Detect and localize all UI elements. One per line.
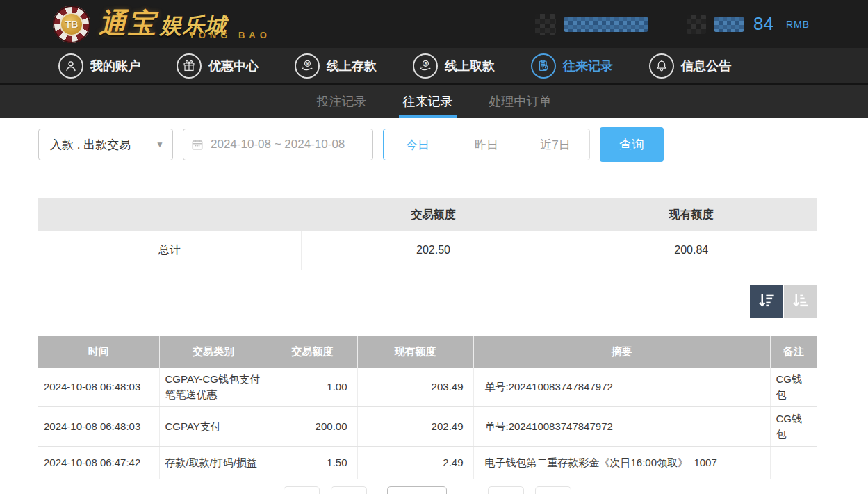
summary-total-transaction: 202.50 — [301, 231, 566, 270]
col-header-time: 时间 — [38, 336, 159, 368]
main-nav: 我的账户 优惠中心 ¥ 线上存款 $ — [0, 48, 868, 85]
withdraw-icon: $ — [413, 53, 438, 79]
balance-redacted — [714, 17, 744, 32]
summary-header-empty — [38, 198, 301, 231]
cell-balance: 202.49 — [357, 406, 473, 446]
sort-ascending-icon — [790, 290, 811, 311]
date-range-value: 2024-10-08 ~ 2024-10-08 — [211, 138, 345, 151]
range-label: 今日 — [406, 137, 429, 153]
tab-pending-orders[interactable]: 处理中订单 — [486, 85, 555, 118]
cell-note — [770, 446, 817, 479]
brand-en: TONG BAO — [189, 31, 271, 40]
date-range-input[interactable]: 2024-10-08 ~ 2024-10-08 — [183, 129, 373, 160]
gift-icon — [177, 53, 202, 79]
username-group[interactable] — [535, 14, 648, 35]
cell-amount: 200.00 — [268, 406, 357, 446]
balance-visible: 84 — [753, 13, 773, 35]
tab-transaction-records[interactable]: 往来记录 — [400, 85, 456, 118]
tab-label: 处理中订单 — [489, 93, 552, 110]
pagination — [0, 486, 868, 494]
nav-item-promotions[interactable]: 优惠中心 — [177, 53, 259, 79]
col-header-note: 备注 — [770, 336, 817, 368]
calendar-icon — [190, 138, 204, 151]
currency-label: RMB — [786, 19, 810, 30]
select-value: 入款 . 出款交易 — [50, 137, 131, 153]
col-header-amount: 交易额度 — [268, 336, 357, 368]
records-header-row: 时间 交易类别 交易额度 现有额度 摘要 备注 — [38, 336, 817, 368]
range-label: 昨日 — [475, 137, 498, 153]
cell-time: 2024-10-08 06:48:03 — [38, 368, 159, 407]
sort-descending-button[interactable] — [750, 285, 783, 318]
nav-item-withdraw[interactable]: $ 线上取款 — [413, 53, 495, 79]
range-last7days-button[interactable]: 近7日 — [521, 129, 590, 160]
nav-label: 往来记录 — [563, 58, 613, 74]
records-table: 时间 交易类别 交易额度 现有额度 摘要 备注 2024-10-08 06:48… — [38, 336, 817, 479]
cell-balance: 2.49 — [357, 446, 473, 479]
user-avatar-redacted — [535, 14, 556, 35]
range-yesterday-button[interactable]: 昨日 — [452, 129, 521, 160]
page-prev-button[interactable] — [331, 486, 367, 494]
records-icon — [531, 53, 556, 79]
page-current-button[interactable] — [387, 486, 447, 494]
username-redacted — [564, 17, 648, 32]
nav-item-deposit[interactable]: ¥ 线上存款 — [295, 53, 377, 79]
summary-header-current: 现有额度 — [566, 198, 817, 231]
cell-time: 2024-10-08 06:47:42 — [38, 446, 159, 479]
range-today-button[interactable]: 今日 — [383, 129, 452, 160]
user-area: 84 RMB — [535, 0, 810, 48]
cell-amount: 1.00 — [268, 368, 357, 407]
col-header-balance: 现有额度 — [357, 336, 473, 368]
page-first-button[interactable] — [284, 486, 320, 494]
cell-time: 2024-10-08 06:48:03 — [38, 406, 159, 446]
cell-type: 存款/取款/打码/损益 — [159, 446, 268, 479]
nav-label: 线上存款 — [327, 58, 377, 74]
table-row: 2024-10-08 06:48:03 CGPAY-CG钱包支付笔笔送优惠 1.… — [38, 368, 817, 407]
cell-summary: 电子钱包第二重存款彩金《次日16:00领取》_1007 — [473, 446, 770, 479]
brand-logo[interactable]: TB 通宝 娱乐城 TONG BAO — [53, 6, 271, 43]
tab-label: 投注记录 — [317, 93, 367, 110]
summary-total-current: 200.84 — [566, 231, 817, 270]
col-header-type: 交易类别 — [159, 336, 268, 368]
transaction-type-select[interactable]: 入款 . 出款交易 ▼ — [38, 129, 173, 160]
table-row: 2024-10-08 06:47:42 存款/取款/打码/损益 1.50 2.4… — [38, 446, 817, 479]
nav-item-records[interactable]: 往来记录 — [531, 53, 613, 79]
nav-label: 优惠中心 — [208, 58, 259, 74]
summary-header-row: 交易额度 现有额度 — [38, 198, 817, 231]
wallet-icon-redacted — [687, 15, 706, 34]
nav-label: 线上取款 — [445, 58, 495, 74]
cell-balance: 203.49 — [357, 368, 473, 407]
chip-monogram: TB — [60, 13, 83, 36]
summary-total-row: 总计 202.50 200.84 — [38, 231, 817, 270]
tab-bet-records[interactable]: 投注记录 — [314, 85, 370, 118]
sort-controls — [38, 285, 817, 318]
summary-total-label: 总计 — [38, 231, 301, 270]
summary-header-transaction: 交易额度 — [301, 198, 566, 231]
filter-bar: 入款 . 出款交易 ▼ 2024-10-08 ~ 2024-10-08 今日 昨… — [38, 127, 868, 162]
cell-type: CGPAY-CG钱包支付笔笔送优惠 — [159, 368, 268, 407]
table-row: 2024-10-08 06:48:03 CGPAY支付 200.00 202.4… — [38, 406, 817, 446]
cell-type: CGPAY支付 — [159, 406, 268, 446]
user-icon — [58, 53, 83, 79]
nav-item-announcements[interactable]: 信息公告 — [649, 53, 731, 79]
page-next-button[interactable] — [488, 486, 524, 494]
nav-label: 我的账户 — [90, 58, 140, 74]
summary-table: 交易额度 现有额度 总计 202.50 200.84 — [38, 198, 817, 270]
cell-summary: 单号:202410083747847972 — [473, 406, 770, 446]
balance-group[interactable]: 84 RMB — [687, 13, 810, 35]
brand-text: 通宝 娱乐城 TONG BAO — [99, 9, 271, 40]
cell-amount: 1.50 — [268, 446, 357, 479]
sort-descending-icon — [756, 290, 777, 311]
sort-ascending-button[interactable] — [784, 285, 817, 318]
top-header: TB 通宝 娱乐城 TONG BAO 84 RMB — [0, 0, 868, 48]
search-button[interactable]: 查询 — [600, 127, 664, 162]
tab-label: 往来记录 — [403, 93, 453, 110]
nav-item-my-account[interactable]: 我的账户 — [58, 53, 140, 79]
svg-text:$: $ — [424, 60, 427, 66]
quick-range-group: 今日 昨日 近7日 — [383, 129, 590, 160]
page-last-button[interactable] — [535, 486, 571, 494]
brand-primary: 通宝 — [99, 8, 157, 38]
sub-nav: 投注记录 往来记录 处理中订单 — [0, 85, 868, 118]
cell-note: CG钱包 — [770, 368, 817, 407]
chevron-down-icon: ▼ — [156, 140, 164, 149]
cell-summary: 单号:202410083747847972 — [473, 368, 770, 407]
